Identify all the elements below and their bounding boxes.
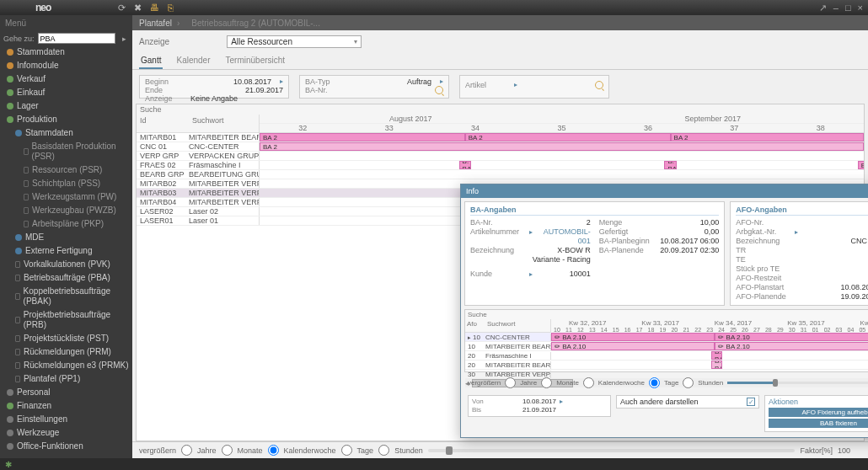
modal-gantt: Suche Afo Suchwort Kw 32, 2017Kw 33, 201…: [464, 309, 868, 372]
sidebar-item[interactable]: Stammdaten: [0, 126, 132, 140]
gantt-bar[interactable]: B: BA: [711, 361, 722, 369]
sidebar-item[interactable]: Lager: [0, 99, 132, 113]
sidebar-item[interactable]: Einstellungen: [0, 413, 132, 426]
sidebar-item[interactable]: Einkauf: [0, 86, 132, 99]
tab-termine[interactable]: Terminübersicht: [224, 53, 287, 69]
lookup-icon[interactable]: ▸: [280, 77, 283, 86]
goto-label: Gehe zu:: [3, 35, 35, 43]
sidebar-item[interactable]: MDE: [0, 231, 132, 244]
sidebar-item[interactable]: Projektbetriebsaufträge (PRB): [0, 308, 132, 332]
zoom-slider[interactable]: [428, 449, 796, 452]
mzoom-kw-radio[interactable]: [583, 377, 594, 388]
toolbar-icons: ⟳ ✖ 🖶 ⎘: [118, 3, 174, 13]
sidebar-item[interactable]: Verkauf: [0, 72, 132, 86]
sidebar-item[interactable]: Plantafel (PP1): [0, 372, 132, 386]
gantt-bar[interactable]: BA 2: [260, 133, 465, 142]
filter-anzeige-combo[interactable]: Alle Ressourcen: [227, 35, 362, 48]
filter-bar: Anzeige Alle Ressourcen: [132, 30, 868, 53]
sidebar-item[interactable]: Vorkalkulationen (PVK): [0, 258, 132, 271]
sidebar-item[interactable]: Infomodule: [0, 59, 132, 72]
sidebar-item[interactable]: Personal: [0, 386, 132, 399]
status-icon: ✱: [5, 460, 12, 469]
gantt-row: BEARB GRPBEARBEITUNG GRUPPE: [137, 170, 864, 179]
content: Plantafel › Betriebsauftrag 2 (AUTOMOBIL…: [132, 15, 868, 458]
goto-input[interactable]: [38, 33, 115, 44]
search-icon[interactable]: [435, 86, 443, 94]
zoom-kw-radio[interactable]: [268, 445, 279, 456]
sidebar-item[interactable]: Betriebsaufträge (PBA): [0, 271, 132, 285]
bab-fixieren-button[interactable]: BAB fixieren: [769, 419, 868, 428]
afo-section-header: AFO-Angaben: [736, 206, 868, 216]
tab-gantt[interactable]: Gantt: [139, 53, 163, 69]
search-icon[interactable]: [595, 81, 603, 89]
sidebar-item[interactable]: Ressourcen (PSR): [0, 163, 132, 177]
info-dialog: Info × BA-Angaben BA-Nr.2 Artikelnummer▸…: [460, 184, 868, 438]
sidebar-item[interactable]: Arbeitspläne (PKP): [0, 217, 132, 231]
gantt-header: Id Suchwort August 2017September 2017 32…: [137, 115, 864, 133]
mzoom-jahre-radio[interactable]: [505, 377, 516, 388]
mzoom-stunden-radio[interactable]: [683, 377, 694, 388]
zoom-tage-radio[interactable]: [341, 445, 352, 456]
sidebar-item[interactable]: Projektstückliste (PST): [0, 332, 132, 345]
zoom-monate-radio[interactable]: [222, 445, 233, 456]
gantt-bar[interactable]: BA 2: [465, 133, 671, 142]
auch-andere-checkbox[interactable]: ✓: [747, 398, 755, 406]
sidebar-item[interactable]: Produktion: [0, 113, 132, 126]
sidebar-item[interactable]: Werkzeuge: [0, 426, 132, 440]
window-controls: ↗ – □ ×: [819, 3, 863, 13]
sidebar-item[interactable]: Rückmeldungen (PRM): [0, 345, 132, 359]
gantt-bar[interactable]: BA: [858, 161, 864, 169]
dialog-titlebar[interactable]: Info ×: [461, 184, 868, 198]
aktionen-panel: Aktionen AFO Fixierung aufheben BAB fixi…: [764, 395, 868, 432]
breadcrumb-b[interactable]: Betriebsauftrag 2 (AUTOMOBIL-...: [191, 19, 320, 28]
breadcrumb-a[interactable]: Plantafel: [139, 19, 172, 28]
sidebar-item[interactable]: Stammdaten: [0, 45, 132, 59]
gantt-suche-label: Suche: [140, 105, 162, 114]
gantt-bar[interactable]: BA 2: [260, 142, 864, 151]
gantt-bar[interactable]: B: BA: [664, 161, 676, 169]
auch-andere-panel: Auch andere darstellen ✓: [616, 395, 759, 409]
minimize-icon[interactable]: –: [833, 3, 839, 13]
refresh-icon[interactable]: ⟳: [118, 3, 126, 13]
goto-button[interactable]: ▸: [119, 35, 129, 43]
print-icon[interactable]: 🖶: [150, 3, 159, 13]
tools-icon[interactable]: ✖: [134, 3, 142, 13]
popout-icon[interactable]: ↗: [819, 3, 827, 13]
gantt-bar[interactable]: BA 2: [671, 133, 864, 142]
col-id: Id: [137, 115, 189, 132]
lookup-icon[interactable]: ▸: [440, 77, 443, 86]
close-icon[interactable]: ×: [858, 3, 863, 13]
gantt-bar[interactable]: ✏ BA 2.10: [551, 333, 715, 341]
sidebar-item[interactable]: Office-Funktionen: [0, 440, 132, 453]
sidebar-item[interactable]: Koppelbetriebsaufträge (PBAK): [0, 285, 132, 308]
sidebar-item[interactable]: Schichtplan (PSS): [0, 177, 132, 190]
ba-section-header: BA-Angaben: [470, 206, 719, 216]
sidebar-item[interactable]: Basisdaten Produktion (PSR): [0, 140, 132, 163]
afo-fixierung-aufheben-button[interactable]: AFO Fixierung aufheben: [769, 408, 868, 417]
lookup-icon[interactable]: ▸: [560, 398, 563, 406]
tab-kalender[interactable]: Kalender: [174, 53, 212, 69]
gantt-bar[interactable]: ✏ BA 2.10: [715, 342, 868, 350]
gantt-bar[interactable]: ✏ BA 2.10: [551, 342, 715, 350]
mzoom-monate-radio[interactable]: [541, 377, 552, 388]
export-icon[interactable]: ⎘: [168, 3, 174, 13]
zoom-stunden-radio[interactable]: [378, 445, 389, 456]
gantt-bar[interactable]: ✏ BA 2.10: [715, 333, 868, 341]
gantt-bar[interactable]: B: BA: [459, 161, 471, 169]
gantt-row: CNC 01CNC-CENTERBA 2: [137, 142, 864, 152]
afo-section: AFO-Angaben AFO-Nr.10 Arbgkat.-Nr.▸CNC B…: [730, 201, 868, 306]
sidebar-item[interactable]: Werkzeugstamm (PW): [0, 190, 132, 204]
gantt-row: VERP GRPVERPACKEN GRUPPE: [137, 152, 864, 161]
col-suchwort: Suchwort: [189, 115, 260, 132]
sidebar-item[interactable]: Rückmeldungen e3 (PRMK): [0, 359, 132, 372]
gantt-bar[interactable]: B: BA: [711, 351, 722, 360]
mzoom-tage-radio[interactable]: [649, 377, 660, 388]
sidebar-item[interactable]: Externe Fertigung: [0, 244, 132, 258]
modal-footer: Von10.08.2017▸ Bis21.09.2017 Auch andere…: [464, 393, 868, 434]
maximize-icon[interactable]: □: [845, 3, 851, 13]
sidebar-item[interactable]: Finanzen: [0, 399, 132, 413]
sidebar-item[interactable]: Werkzeugbau (PWZB): [0, 204, 132, 217]
mzoom-slider[interactable]: [727, 382, 868, 384]
lookup-icon[interactable]: ▸: [514, 81, 517, 91]
zoom-jahre-radio[interactable]: [181, 445, 192, 456]
